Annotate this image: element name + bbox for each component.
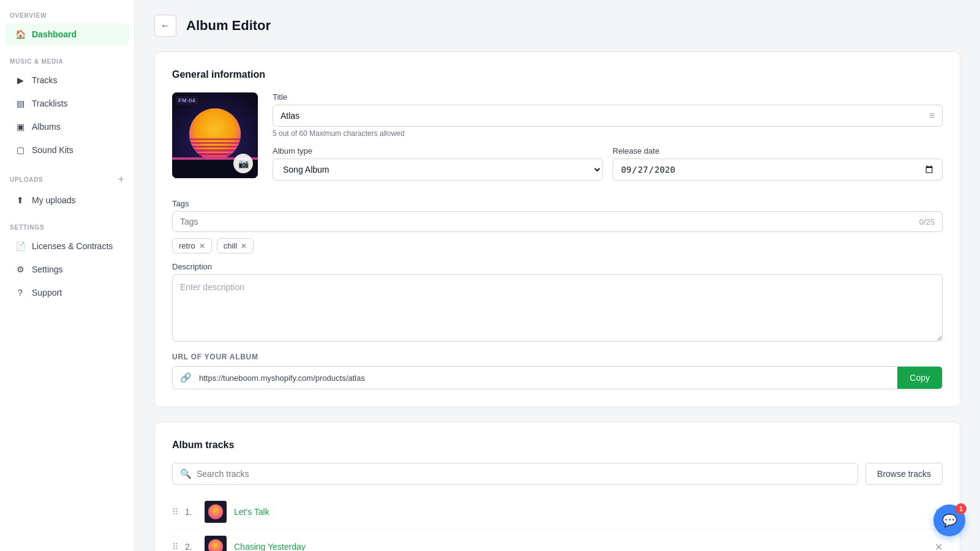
tags-group: Tags 0/25 retro ✕ chill ✕	[172, 199, 943, 253]
sidebar-item-licenses[interactable]: 📄 Licenses & Contracts	[5, 235, 129, 257]
general-info-card: General information	[154, 51, 960, 407]
album-icon: ▣	[15, 121, 26, 132]
add-upload-button[interactable]: +	[118, 174, 124, 185]
sidebar-item-dashboard[interactable]: 🏠 Dashboard	[5, 23, 129, 45]
album-tracks-card: Album tracks 🔍 Browse tracks ⠿ 1.	[154, 422, 960, 551]
gear-icon: ⚙	[15, 264, 26, 275]
general-info-row: FM-04 📷 Title ≡ 5 out of 60 Maximum char…	[172, 92, 943, 189]
camera-icon: 📷	[238, 159, 249, 168]
track-thumb-1	[205, 501, 227, 523]
sidebar-item-albums[interactable]: ▣ Albums	[5, 116, 129, 138]
form-fields: Title ≡ 5 out of 60 Maximum characters a…	[273, 92, 943, 189]
track-item: ⠿ 1. Let's Talk ✕	[172, 495, 943, 530]
url-section-label: URL OF YOUR ALBUM	[172, 353, 943, 361]
track-remove-2[interactable]: ✕	[935, 541, 943, 552]
tag-chip-retro: retro ✕	[172, 238, 212, 253]
svg-rect-4	[189, 138, 241, 140]
track-name-1[interactable]: Let's Talk	[234, 507, 927, 517]
back-button[interactable]: ←	[154, 15, 176, 37]
track-num-2: 2.	[185, 542, 197, 551]
chat-badge: 1	[956, 503, 967, 514]
svg-rect-5	[189, 142, 241, 144]
back-arrow-icon: ←	[160, 20, 170, 31]
album-type-group: Album type Song Album EP Single Compilat…	[273, 146, 603, 181]
release-date-input[interactable]	[612, 159, 943, 181]
sidebar-settings-label: Settings	[32, 264, 63, 274]
sidebar-my-uploads-label: My uploads	[32, 195, 76, 205]
title-char-hint: 5 out of 60 Maximum characters allowed	[273, 129, 943, 138]
tag-chill-remove[interactable]: ✕	[241, 242, 247, 250]
link-icon: 🔗	[173, 372, 199, 383]
tags-input-wrapper[interactable]: 0/25	[172, 211, 943, 232]
page-header: ← Album Editor	[154, 15, 960, 37]
drag-handle-1[interactable]: ⠿	[172, 507, 178, 517]
tag-retro-remove[interactable]: ✕	[199, 242, 205, 250]
svg-point-2	[189, 108, 241, 160]
release-date-group: Release date	[612, 146, 943, 181]
search-wrapper[interactable]: 🔍	[172, 463, 858, 485]
sidebar-item-sound-kits[interactable]: ▢ Sound Kits	[5, 139, 129, 161]
question-icon: ?	[15, 287, 26, 298]
type-date-row: Album type Song Album EP Single Compilat…	[273, 146, 943, 189]
sidebar-licenses-label: Licenses & Contracts	[32, 241, 113, 251]
album-tracks-title: Album tracks	[172, 440, 943, 451]
overview-section-label: OVERVIEW	[0, 0, 134, 23]
music-media-section-label: MUSIC & MEDIA	[0, 46, 134, 69]
fm-badge: FM-04	[176, 96, 198, 105]
change-art-button[interactable]: 📷	[233, 154, 253, 173]
album-type-select[interactable]: Song Album EP Single Compilation	[273, 159, 603, 181]
browse-tracks-button[interactable]: Browse tracks	[865, 463, 943, 485]
home-icon: 🏠	[15, 29, 26, 40]
sidebar-item-tracklists[interactable]: ▤ Tracklists	[5, 92, 129, 114]
tags-input[interactable]	[180, 217, 919, 227]
copy-button[interactable]: Copy	[897, 367, 942, 389]
url-section: URL OF YOUR ALBUM 🔗 https://tuneboom.mys…	[172, 353, 943, 389]
track-thumb-2	[205, 536, 227, 551]
track-item: ⠿ 2. Chasing Yesterday ✕	[172, 530, 943, 551]
tag-retro-label: retro	[179, 241, 195, 250]
track-name-2[interactable]: Chasing Yesterday	[234, 542, 927, 551]
svg-point-14	[208, 504, 223, 519]
sidebar-item-my-uploads[interactable]: ⬆ My uploads	[5, 189, 129, 211]
track-num-1: 1.	[185, 507, 197, 517]
release-date-label: Release date	[612, 146, 943, 156]
description-label: Description	[172, 262, 943, 271]
album-type-label: Album type	[273, 146, 603, 156]
url-value: https://tuneboom.myshopify.com/products/…	[199, 367, 897, 389]
album-art-wrapper: FM-04 📷	[172, 92, 258, 178]
text-input-icon: ≡	[929, 110, 935, 121]
page-title: Album Editor	[186, 18, 271, 34]
sidebar-tracklists-label: Tracklists	[32, 99, 68, 108]
main-content: ← Album Editor General information	[135, 0, 980, 551]
chat-bubble[interactable]: 💬 1	[933, 504, 965, 536]
settings-section-label: SETTINGS	[0, 212, 134, 234]
svg-rect-7	[189, 149, 241, 152]
sidebar-sound-kits-label: Sound Kits	[32, 145, 74, 155]
tags-count: 0/25	[919, 217, 935, 227]
description-textarea[interactable]	[172, 274, 943, 342]
url-row: 🔗 https://tuneboom.myshopify.com/product…	[172, 366, 943, 389]
sidebar: OVERVIEW 🏠 Dashboard MUSIC & MEDIA ▶ Tra…	[0, 0, 135, 551]
title-input[interactable]	[281, 111, 918, 121]
search-tracks-input[interactable]	[197, 469, 850, 479]
upload-icon: ⬆	[15, 195, 26, 206]
sidebar-item-tracks[interactable]: ▶ Tracks	[5, 69, 129, 91]
list-icon: ▤	[15, 98, 26, 109]
sidebar-tracks-label: Tracks	[32, 75, 57, 85]
tracks-search-row: 🔍 Browse tracks	[172, 463, 943, 485]
sidebar-item-support[interactable]: ? Support	[5, 282, 129, 304]
tag-chill-label: chill	[224, 241, 237, 250]
uploads-header: UPLOADS +	[0, 162, 134, 189]
title-input-wrapper[interactable]: ≡	[273, 105, 943, 127]
sidebar-item-settings[interactable]: ⚙ Settings	[5, 258, 129, 280]
tags-label: Tags	[172, 199, 943, 208]
document-icon: 📄	[15, 241, 26, 252]
drag-handle-2[interactable]: ⠿	[172, 542, 178, 551]
chat-icon: 💬	[942, 513, 957, 528]
sidebar-albums-label: Albums	[32, 122, 61, 132]
folder-icon: ▢	[15, 144, 26, 156]
play-icon: ▶	[15, 75, 26, 86]
tag-chip-chill: chill ✕	[217, 238, 254, 253]
general-info-title: General information	[172, 69, 943, 80]
title-label: Title	[273, 92, 943, 102]
